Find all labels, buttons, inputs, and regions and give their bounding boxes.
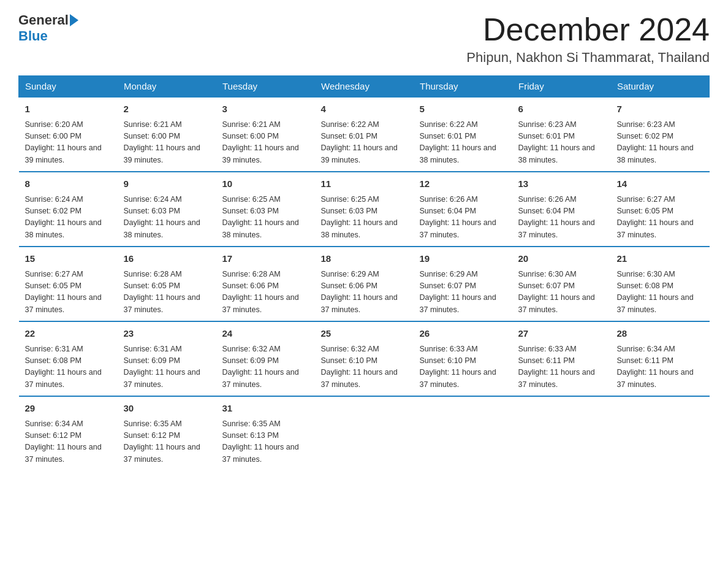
calendar-cell: 19Sunrise: 6:29 AMSunset: 6:07 PMDayligh…	[414, 247, 512, 321]
calendar-cell: 21Sunrise: 6:30 AMSunset: 6:08 PMDayligh…	[611, 247, 710, 321]
day-info: Sunrise: 6:25 AMSunset: 6:03 PMDaylight:…	[222, 194, 309, 242]
calendar-cell: 6Sunrise: 6:23 AMSunset: 6:01 PMDaylight…	[512, 97, 611, 172]
calendar-table: SundayMondayTuesdayWednesdayThursdayFrid…	[18, 75, 710, 470]
day-number: 1	[25, 102, 112, 117]
calendar-cell: 15Sunrise: 6:27 AMSunset: 6:05 PMDayligh…	[19, 247, 118, 321]
day-info: Sunrise: 6:29 AMSunset: 6:06 PMDaylight:…	[321, 269, 408, 316]
day-number: 2	[124, 102, 210, 117]
calendar-cell: 18Sunrise: 6:29 AMSunset: 6:06 PMDayligh…	[315, 247, 414, 321]
calendar-header-row: SundayMondayTuesdayWednesdayThursdayFrid…	[19, 76, 710, 98]
calendar-cell: 30Sunrise: 6:35 AMSunset: 6:12 PMDayligh…	[118, 396, 216, 470]
day-info: Sunrise: 6:25 AMSunset: 6:03 PMDaylight:…	[321, 194, 408, 242]
day-number: 30	[124, 402, 210, 416]
header-tuesday: Tuesday	[216, 76, 315, 98]
calendar-cell: 2Sunrise: 6:21 AMSunset: 6:00 PMDaylight…	[118, 97, 216, 172]
calendar-cell: 17Sunrise: 6:28 AMSunset: 6:06 PMDayligh…	[216, 247, 315, 321]
logo-general-text: General	[18, 12, 69, 28]
day-number: 13	[518, 177, 605, 191]
day-info: Sunrise: 6:34 AMSunset: 6:11 PMDaylight:…	[617, 343, 703, 391]
day-number: 23	[124, 327, 210, 341]
header-saturday: Saturday	[611, 76, 710, 98]
calendar-cell: 13Sunrise: 6:26 AMSunset: 6:04 PMDayligh…	[512, 172, 611, 247]
header-sunday: Sunday	[19, 76, 118, 98]
day-number: 6	[518, 102, 605, 117]
day-info: Sunrise: 6:23 AMSunset: 6:01 PMDaylight:…	[518, 119, 605, 167]
day-number: 12	[420, 177, 506, 191]
day-info: Sunrise: 6:28 AMSunset: 6:05 PMDaylight:…	[124, 269, 210, 316]
calendar-cell: 26Sunrise: 6:33 AMSunset: 6:10 PMDayligh…	[414, 321, 512, 396]
calendar-cell: 9Sunrise: 6:24 AMSunset: 6:03 PMDaylight…	[118, 172, 216, 247]
week-row-5: 29Sunrise: 6:34 AMSunset: 6:12 PMDayligh…	[19, 396, 710, 470]
day-info: Sunrise: 6:26 AMSunset: 6:04 PMDaylight:…	[420, 194, 506, 242]
calendar-cell: 29Sunrise: 6:34 AMSunset: 6:12 PMDayligh…	[19, 396, 118, 470]
day-info: Sunrise: 6:30 AMSunset: 6:07 PMDaylight:…	[518, 269, 605, 316]
day-info: Sunrise: 6:32 AMSunset: 6:10 PMDaylight:…	[321, 343, 408, 391]
day-info: Sunrise: 6:27 AMSunset: 6:05 PMDaylight:…	[25, 269, 112, 316]
day-number: 11	[321, 177, 408, 191]
day-info: Sunrise: 6:24 AMSunset: 6:03 PMDaylight:…	[124, 194, 210, 242]
day-number: 26	[420, 327, 506, 341]
day-info: Sunrise: 6:33 AMSunset: 6:11 PMDaylight:…	[518, 343, 605, 391]
day-number: 24	[222, 327, 309, 341]
calendar-cell: 10Sunrise: 6:25 AMSunset: 6:03 PMDayligh…	[216, 172, 315, 247]
calendar-cell: 11Sunrise: 6:25 AMSunset: 6:03 PMDayligh…	[315, 172, 414, 247]
day-info: Sunrise: 6:20 AMSunset: 6:00 PMDaylight:…	[25, 119, 112, 167]
calendar-cell: 4Sunrise: 6:22 AMSunset: 6:01 PMDaylight…	[315, 97, 414, 172]
calendar-cell: 27Sunrise: 6:33 AMSunset: 6:11 PMDayligh…	[512, 321, 611, 396]
day-info: Sunrise: 6:27 AMSunset: 6:05 PMDaylight:…	[617, 194, 703, 242]
day-info: Sunrise: 6:31 AMSunset: 6:08 PMDaylight:…	[25, 343, 112, 391]
week-row-3: 15Sunrise: 6:27 AMSunset: 6:05 PMDayligh…	[19, 247, 710, 321]
day-number: 7	[617, 102, 703, 117]
calendar-cell: 1Sunrise: 6:20 AMSunset: 6:00 PMDaylight…	[19, 97, 118, 172]
day-number: 21	[617, 252, 703, 266]
day-number: 27	[518, 327, 605, 341]
calendar-cell: 31Sunrise: 6:35 AMSunset: 6:13 PMDayligh…	[216, 396, 315, 470]
day-number: 14	[617, 177, 703, 191]
day-info: Sunrise: 6:29 AMSunset: 6:07 PMDaylight:…	[420, 269, 506, 316]
day-info: Sunrise: 6:34 AMSunset: 6:12 PMDaylight:…	[25, 418, 112, 466]
calendar-cell: 16Sunrise: 6:28 AMSunset: 6:05 PMDayligh…	[118, 247, 216, 321]
title-section: December 2024 Phipun, Nakhon Si Thammara…	[466, 12, 710, 66]
calendar-cell: 12Sunrise: 6:26 AMSunset: 6:04 PMDayligh…	[414, 172, 512, 247]
calendar-cell: 8Sunrise: 6:24 AMSunset: 6:02 PMDaylight…	[19, 172, 118, 247]
calendar-cell: 3Sunrise: 6:21 AMSunset: 6:00 PMDaylight…	[216, 97, 315, 172]
week-row-4: 22Sunrise: 6:31 AMSunset: 6:08 PMDayligh…	[19, 321, 710, 396]
day-number: 28	[617, 327, 703, 341]
day-number: 22	[25, 327, 112, 341]
day-number: 16	[124, 252, 210, 266]
day-info: Sunrise: 6:21 AMSunset: 6:00 PMDaylight:…	[124, 119, 210, 167]
day-number: 15	[25, 252, 112, 266]
day-number: 29	[25, 402, 112, 416]
day-info: Sunrise: 6:26 AMSunset: 6:04 PMDaylight:…	[518, 194, 605, 242]
day-number: 4	[321, 102, 408, 117]
header-friday: Friday	[512, 76, 611, 98]
day-number: 9	[124, 177, 210, 191]
day-info: Sunrise: 6:22 AMSunset: 6:01 PMDaylight:…	[420, 119, 506, 167]
page-header: General Blue December 2024 Phipun, Nakho…	[18, 12, 710, 66]
calendar-cell	[414, 396, 512, 470]
day-number: 8	[25, 177, 112, 191]
day-info: Sunrise: 6:23 AMSunset: 6:02 PMDaylight:…	[617, 119, 703, 167]
logo: General Blue	[18, 12, 80, 44]
day-number: 5	[420, 102, 506, 117]
day-number: 10	[222, 177, 309, 191]
day-info: Sunrise: 6:28 AMSunset: 6:06 PMDaylight:…	[222, 269, 309, 316]
calendar-cell: 20Sunrise: 6:30 AMSunset: 6:07 PMDayligh…	[512, 247, 611, 321]
day-number: 25	[321, 327, 408, 341]
day-number: 17	[222, 252, 309, 266]
day-number: 18	[321, 252, 408, 266]
calendar-cell: 25Sunrise: 6:32 AMSunset: 6:10 PMDayligh…	[315, 321, 414, 396]
calendar-cell: 23Sunrise: 6:31 AMSunset: 6:09 PMDayligh…	[118, 321, 216, 396]
header-monday: Monday	[118, 76, 216, 98]
day-info: Sunrise: 6:35 AMSunset: 6:12 PMDaylight:…	[124, 418, 210, 466]
calendar-cell: 22Sunrise: 6:31 AMSunset: 6:08 PMDayligh…	[19, 321, 118, 396]
day-number: 20	[518, 252, 605, 266]
header-wednesday: Wednesday	[315, 76, 414, 98]
calendar-cell: 28Sunrise: 6:34 AMSunset: 6:11 PMDayligh…	[611, 321, 710, 396]
day-info: Sunrise: 6:35 AMSunset: 6:13 PMDaylight:…	[222, 418, 309, 466]
day-number: 19	[420, 252, 506, 266]
day-info: Sunrise: 6:21 AMSunset: 6:00 PMDaylight:…	[222, 119, 309, 167]
day-info: Sunrise: 6:22 AMSunset: 6:01 PMDaylight:…	[321, 119, 408, 167]
day-info: Sunrise: 6:31 AMSunset: 6:09 PMDaylight:…	[124, 343, 210, 391]
month-title: December 2024	[466, 12, 710, 47]
